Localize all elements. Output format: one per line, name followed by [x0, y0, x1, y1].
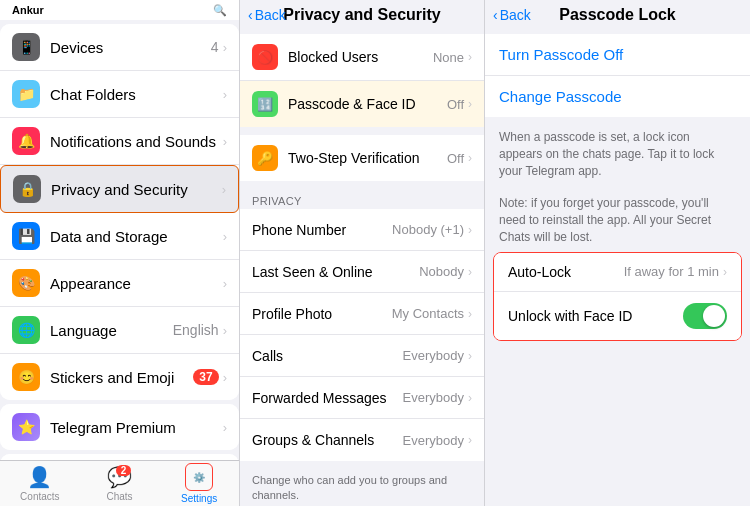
sidebar-item-chat-folders[interactable]: 📁 Chat Folders › — [0, 71, 239, 118]
bottom-navigation: 👤 Contacts 💬 Chats 2 ⚙️ Settings — [0, 460, 239, 506]
premium-label: Telegram Premium — [50, 419, 223, 436]
passcode-header: ‹ Back Passcode Lock — [485, 0, 750, 28]
groups-chevron: › — [468, 433, 472, 447]
passcode-title: Passcode Lock — [559, 6, 676, 24]
settings-nav-icon: ⚙️ — [185, 463, 213, 491]
settings-list: 📱 Devices 4 › 📁 Chat Folders › 🔔 No — [0, 20, 239, 460]
language-value: English — [173, 322, 219, 338]
lastseen-item[interactable]: Last Seen & Online Nobody › — [240, 251, 484, 293]
twostep-value: Off — [447, 151, 464, 166]
sidebar-item-appearance[interactable]: 🎨 Appearance › — [0, 260, 239, 307]
sidebar-item-ask[interactable]: ❓ Ask a Question › — [0, 454, 239, 460]
calls-label: Calls — [252, 348, 403, 364]
settings-label: Settings — [181, 493, 217, 504]
profile-photo-item[interactable]: Profile Photo My Contacts › — [240, 293, 484, 335]
passcode-info-note1: When a passcode is set, a lock icon appe… — [485, 123, 750, 185]
chats-label: Chats — [106, 491, 132, 502]
twostep-label: Two-Step Verification — [288, 150, 447, 166]
faceid-label: Unlock with Face ID — [508, 308, 683, 324]
twostep-chevron: › — [468, 151, 472, 165]
data-icon: 💾 — [12, 222, 40, 250]
faceid-item[interactable]: Unlock with Face ID — [494, 292, 741, 340]
contacts-icon: 👤 — [27, 465, 52, 489]
sidebar-item-privacy[interactable]: 🔒 Privacy and Security › — [0, 165, 239, 213]
passcode-back-button[interactable]: ‹ Back — [493, 7, 531, 23]
nav-contacts[interactable]: 👤 Contacts — [0, 461, 80, 506]
stickers-chevron: › — [223, 370, 227, 385]
forwarded-chevron: › — [468, 391, 472, 405]
phone-number-item[interactable]: Phone Number Nobody (+1) › — [240, 209, 484, 251]
twostep-icon: 🔑 — [252, 145, 278, 171]
calls-chevron: › — [468, 349, 472, 363]
autolock-label: Auto-Lock — [508, 264, 624, 280]
photo-value: My Contacts — [392, 306, 464, 321]
sidebar-item-devices[interactable]: 📱 Devices 4 › — [0, 24, 239, 71]
privacy-content: 🚫 Blocked Users None › 🔢 Passcode & Face… — [240, 28, 484, 506]
chats-badge: 2 — [116, 465, 132, 476]
calls-item[interactable]: Calls Everybody › — [240, 335, 484, 377]
notifications-chevron: › — [223, 134, 227, 149]
groups-note: Change who can add you to groups and cha… — [240, 469, 484, 506]
sidebar-item-language[interactable]: 🌐 Language English › — [0, 307, 239, 354]
lastseen-value: Nobody — [419, 264, 464, 279]
devices-value: 4 — [211, 39, 219, 55]
blocked-users-item[interactable]: 🚫 Blocked Users None › — [240, 34, 484, 81]
chat-folders-label: Chat Folders — [50, 86, 223, 103]
carrier-label: Ankur — [12, 4, 44, 16]
groups-item[interactable]: Groups & Channels Everybody › — [240, 419, 484, 461]
turn-off-label: Turn Passcode Off — [499, 46, 736, 63]
sidebar-item-notifications[interactable]: 🔔 Notifications and Sounds › — [0, 118, 239, 165]
passcode-chevron: › — [468, 97, 472, 111]
settings-panel: Ankur 🔍 📱 Devices 4 › 📁 Chat — [0, 0, 240, 506]
sidebar-item-premium[interactable]: ⭐ Telegram Premium › — [0, 404, 239, 450]
sidebar-item-stickers[interactable]: 😊 Stickers and Emoji 37 › — [0, 354, 239, 400]
lastseen-chevron: › — [468, 265, 472, 279]
chat-folders-icon: 📁 — [12, 80, 40, 108]
devices-icon: 📱 — [12, 33, 40, 61]
passcode-item[interactable]: 🔢 Passcode & Face ID Off › — [240, 81, 484, 127]
data-chevron: › — [223, 229, 227, 244]
back-chevron-icon: ‹ — [248, 7, 253, 23]
back-button[interactable]: ‹ Back — [248, 7, 286, 23]
blocked-value: None — [433, 50, 464, 65]
autolock-value: If away for 1 min — [624, 264, 719, 279]
sidebar-item-data[interactable]: 💾 Data and Storage › — [0, 213, 239, 260]
stickers-icon: 😊 — [12, 363, 40, 391]
faceid-toggle[interactable] — [683, 303, 727, 329]
nav-chats[interactable]: 💬 Chats 2 — [80, 461, 160, 506]
notifications-icon: 🔔 — [12, 127, 40, 155]
privacy-security-panel: ‹ Back Privacy and Security 🚫 Blocked Us… — [240, 0, 485, 506]
blocked-chevron: › — [468, 50, 472, 64]
photo-label: Profile Photo — [252, 306, 392, 322]
stickers-badge: 37 — [193, 369, 218, 385]
settings-gear-icon: ⚙️ — [193, 472, 205, 483]
support-group: ❓ Ask a Question › 📋 Telegram FAQ › ✨ Te… — [0, 454, 239, 460]
security-top-group: 🚫 Blocked Users None › 🔢 Passcode & Face… — [240, 34, 484, 127]
twostep-item[interactable]: 🔑 Two-Step Verification Off › — [240, 135, 484, 181]
phone-label: Phone Number — [252, 222, 392, 238]
nav-settings[interactable]: ⚙️ Settings — [159, 461, 239, 506]
main-settings-group: 📱 Devices 4 › 📁 Chat Folders › 🔔 No — [0, 24, 239, 400]
passcode-value: Off — [447, 97, 464, 112]
lastseen-label: Last Seen & Online — [252, 264, 419, 280]
chat-folders-chevron: › — [223, 87, 227, 102]
forwarded-item[interactable]: Forwarded Messages Everybody › — [240, 377, 484, 419]
back-label: Back — [255, 7, 286, 23]
autolock-item[interactable]: Auto-Lock If away for 1 min › — [494, 253, 741, 292]
premium-chevron: › — [223, 420, 227, 435]
devices-label: Devices — [50, 39, 211, 56]
privacy-title: Privacy and Security — [283, 6, 440, 24]
appearance-icon: 🎨 — [12, 269, 40, 297]
language-label: Language — [50, 322, 173, 339]
change-passcode-label: Change Passcode — [499, 88, 736, 105]
groups-label: Groups & Channels — [252, 432, 403, 448]
search-btn[interactable]: 🔍 — [213, 4, 227, 17]
privacy-chevron: › — [222, 182, 226, 197]
change-passcode-item[interactable]: Change Passcode — [485, 76, 750, 117]
forwarded-label: Forwarded Messages — [252, 390, 403, 406]
appearance-label: Appearance — [50, 275, 223, 292]
status-bar: Ankur 🔍 — [0, 0, 239, 20]
turn-off-item[interactable]: Turn Passcode Off — [485, 34, 750, 76]
phone-chevron: › — [468, 223, 472, 237]
passcode-content: Turn Passcode Off Change Passcode When a… — [485, 28, 750, 506]
